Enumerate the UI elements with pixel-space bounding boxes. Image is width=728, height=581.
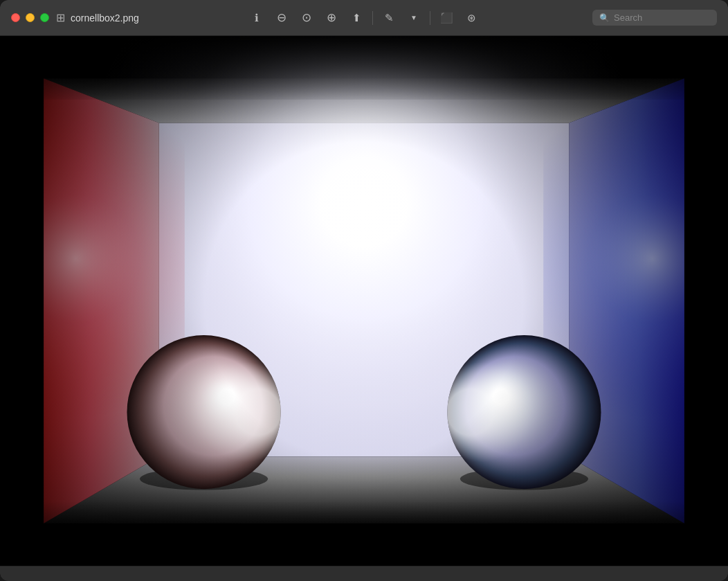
markup-icon: ⊛	[467, 12, 476, 24]
edit-icon: ✎	[385, 12, 394, 24]
crop-button[interactable]: ⬛	[436, 8, 457, 28]
toolbar-center: ℹ ⊖ ⊙ ⊕ ⬆ ✎ ▼ ⬛	[246, 8, 482, 28]
search-box[interactable]: 🔍	[592, 10, 717, 26]
image-content	[0, 36, 728, 566]
info-icon: ℹ	[255, 12, 259, 24]
markup-button[interactable]: ⊛	[461, 8, 482, 28]
zoom-fit-button[interactable]: ⊙	[296, 8, 317, 28]
edit-button[interactable]: ✎	[379, 8, 399, 28]
cornell-box-image	[0, 36, 728, 566]
toolbar-divider-2	[430, 11, 430, 25]
crop-icon: ⬛	[440, 12, 453, 24]
zoom-out-button[interactable]: ⊖	[271, 8, 292, 28]
maximize-button[interactable]	[40, 13, 49, 22]
minimize-button[interactable]	[26, 13, 35, 22]
close-button[interactable]	[11, 13, 20, 22]
traffic-lights	[11, 13, 49, 22]
sidebar-toggle-icon[interactable]: ⊞	[56, 11, 65, 24]
search-input[interactable]	[614, 12, 710, 23]
toolbar-divider-1	[372, 11, 373, 25]
search-icon: 🔍	[599, 13, 610, 23]
info-button[interactable]: ℹ	[246, 8, 267, 28]
chevron-down-icon: ▼	[410, 14, 417, 21]
app-window: ⊞ cornellbox2.png ℹ ⊖ ⊙ ⊕ ⬆ ✎ ▼	[0, 0, 728, 581]
window-title: cornellbox2.png	[71, 12, 139, 24]
dropdown-button[interactable]: ▼	[403, 8, 424, 28]
titlebar: ⊞ cornellbox2.png ℹ ⊖ ⊙ ⊕ ⬆ ✎ ▼	[0, 0, 728, 36]
zoom-in-icon: ⊕	[327, 10, 336, 25]
zoom-in-button[interactable]: ⊕	[321, 8, 342, 28]
share-button[interactable]: ⬆	[346, 8, 367, 28]
zoom-out-icon: ⊖	[277, 10, 286, 25]
share-icon: ⬆	[352, 12, 361, 24]
bottom-bar	[0, 566, 728, 581]
zoom-fit-icon: ⊙	[302, 10, 311, 25]
